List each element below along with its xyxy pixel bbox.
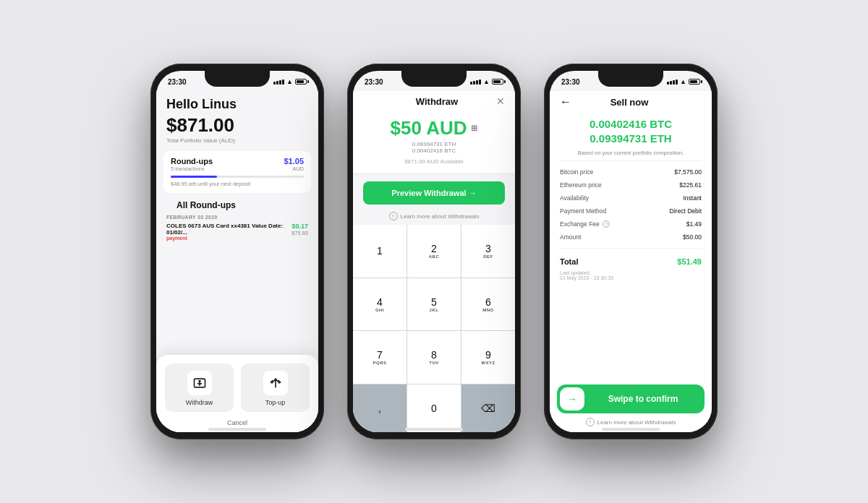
phone2-content: Withdraw ✕ $50 AUD ⊞ 0.09394731 ETH 0.00… [353,91,515,432]
available-balance: $871.00 AUD Available [404,158,464,165]
transaction-name: COLES 0673 AUS Card xx4381 Value Date: 0… [166,223,292,236]
phone3-home-indicator [602,428,660,431]
signal-bar-3 [279,80,281,85]
wifi-icon-2: ▲ [483,78,490,85]
withdraw-label: Withdraw [186,399,213,406]
payment-method-value: Direct Debit [670,207,702,215]
based-on-text: Based on your current portfolio composit… [550,150,712,156]
learn-more-row: ? Learn more about Withdrawals [353,212,515,225]
total-value: $51.49 [677,257,702,266]
availability-label: Availability [560,194,589,202]
bitcoin-price-label: Bitcoin price [560,168,593,176]
battery-icon-2 [492,79,503,85]
phone3-notch [598,71,663,87]
phone2-status-icons: ▲ [470,78,503,85]
divider-2 [560,248,702,249]
battery-icon-3 [689,79,700,85]
preview-withdrawal-button[interactable]: Preview Withdrawal → [363,181,505,205]
topup-label: Top-up [265,399,286,406]
amount-text: $50 AUD [391,117,467,139]
phone2-notch [401,71,467,87]
sell-header: ← Sell now [550,91,712,111]
swipe-section: → Swipe to confirm ? Learn more about Wi… [557,384,705,426]
crypto-eth-line: 0.09394731 ETH [560,132,702,146]
transaction-row: COLES 0673 AUS Card xx4381 Value Date: 0… [156,220,318,244]
greeting-text: Hello Linus [166,97,308,113]
phone1-screen: 23:30 ▲ Hello Linus $871.00 Total [156,71,318,432]
payment-method-label: Payment Method [560,207,606,215]
key-6[interactable]: 6 MNO [461,278,515,331]
portfolio-label: Total Portfolio Value (AUD) [166,137,308,144]
phone1-time: 23:30 [168,78,187,86]
wifi-icon: ▲ [286,78,293,85]
signal-bar-1 [273,82,276,85]
amount-row: Amount $50.00 [550,231,712,244]
roundups-count: 5 transactions [171,165,205,172]
transaction-roundup: $0.17 [292,223,308,230]
exchange-fee-row: Exchange Fee ? $1.49 [550,218,712,231]
phone1-notch [205,71,270,87]
topup-button[interactable]: Top-up [241,364,310,412]
info-icon: ? [389,212,398,220]
phone-2: 23:30 ▲ Withdraw ✕ [347,64,521,439]
signal-bar-4 [282,79,284,85]
key-backspace[interactable]: ⌫ [461,384,515,433]
transaction-date: FEBRUARY 03 2019 [156,215,318,220]
battery-icon [295,79,307,85]
phone3-content: ← Sell now 0.00402416 BTC 0.09394731 ETH… [550,91,712,432]
divider-1 [560,160,702,161]
phone3-time: 23:30 [561,78,580,86]
sell-title: Sell now [571,97,687,108]
key-comma[interactable]: , [353,384,407,433]
transaction-tag: payment [166,236,292,241]
withdraw-button[interactable]: Withdraw [165,364,234,412]
phone2-screen: 23:30 ▲ Withdraw ✕ [353,71,515,432]
swipe-confirm-text: Swipe to confirm [584,394,702,404]
progress-fill [171,176,217,178]
swipe-confirm-button[interactable]: → Swipe to confirm [557,384,705,413]
cancel-label[interactable]: Cancel [165,419,310,426]
action-buttons: Withdraw Top-up [165,364,310,412]
phone1-header: Hello Linus $871.00 Total Portfolio Valu… [156,91,318,151]
key-5[interactable]: 5 JKL [407,278,461,331]
phone3-status-icons: ▲ [667,78,700,85]
main-amount: $50 AUD ⊞ [391,117,478,139]
bitcoin-price-value: $7,575.00 [674,168,702,176]
amount-section: $50 AUD ⊞ 0.09394731 ETH 0.00402416 BTC … [353,110,515,174]
roundups-title: Round-ups [171,157,213,165]
key-8[interactable]: 8 TUV [407,331,461,384]
crypto-amounts-section: 0.00402416 BTC 0.09394731 ETH [550,111,712,148]
exchange-fee-label: Exchange Fee ? [560,220,610,228]
key-2[interactable]: 2 ABC [407,225,461,278]
all-roundups-title: All Round-ups [166,200,308,213]
signal-bar-2 [276,81,278,85]
key-7[interactable]: 7 PQRS [353,331,407,384]
learn-more-text[interactable]: Learn more about Withdrawals [401,213,480,220]
phone2-home-indicator [405,428,463,431]
key-4[interactable]: 4 GHI [353,278,407,331]
withdraw-title: Withdraw [378,96,496,107]
wifi-icon-3: ▲ [680,78,686,85]
withdraw-icon [187,371,212,395]
key-0[interactable]: 0 [407,384,461,433]
crypto-btc: 0.00402416 BTC [412,147,456,154]
key-3[interactable]: 3 DEF [461,225,515,278]
key-1[interactable]: 1 [353,225,407,278]
ethereum-price-row: Ethereum price $225.61 [550,179,712,192]
learn-more-row-3: ? Learn more about Withdrawals [557,418,705,426]
learn-more-text-3[interactable]: Learn more about Withdrawals [597,419,676,426]
phone1-content: Hello Linus $871.00 Total Portfolio Valu… [156,91,318,432]
edit-icon[interactable]: ⊞ [471,124,477,133]
key-9[interactable]: 9 WXYZ [461,331,515,384]
last-updated: Last updated: 01 May 2019 - 23:30:33 [550,269,712,285]
fee-info-icon: ? [603,220,610,228]
close-icon[interactable]: ✕ [496,95,505,107]
ethereum-price-label: Ethereum price [560,181,602,189]
availability-row: Availability Instant [550,192,712,205]
back-icon[interactable]: ← [560,95,571,108]
phone1-home-indicator [208,428,266,431]
phone-1: 23:30 ▲ Hello Linus $871.00 Total [150,64,324,439]
progress-bar [171,176,304,178]
swipe-arrow-icon: → [567,393,577,405]
amount-value: $50.00 [683,233,702,241]
